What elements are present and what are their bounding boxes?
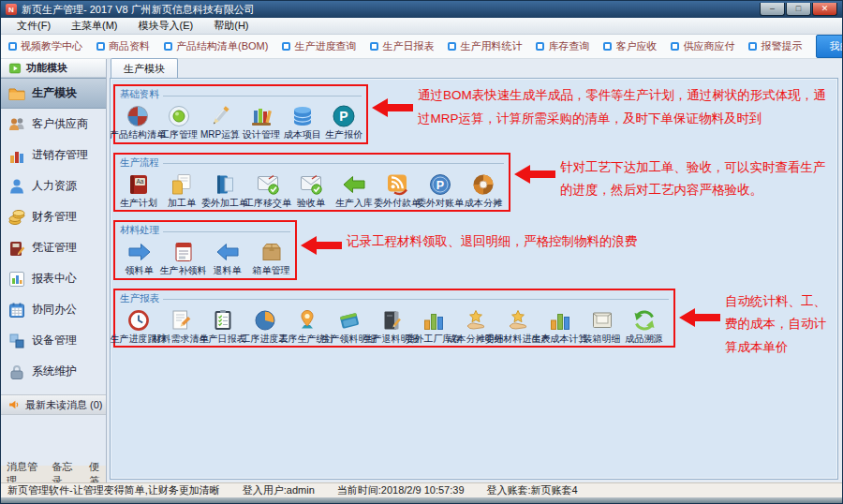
- module-item-0-0[interactable]: 产品结构清单: [117, 101, 158, 141]
- module-item-1-0[interactable]: Aa生产计划: [117, 170, 160, 209]
- toolbar-item-1[interactable]: 商品资料: [96, 39, 150, 53]
- toolbar-item-2[interactable]: 产品结构清单(BOM): [164, 39, 268, 53]
- menu-bar: 文件(F)主菜单(M)模块导入(E)帮助(H): [1, 18, 842, 35]
- menu-item-2[interactable]: 模块导入(E): [128, 19, 204, 33]
- toolbar-item-7[interactable]: 客户应收: [603, 39, 657, 53]
- play-icon: [8, 62, 22, 75]
- toolbar-item-6[interactable]: 库存查询: [536, 39, 589, 53]
- annotation-text: 针对工艺下达加工单、验收，可以实时查看生产的进度，然后对工艺内容严格验收。: [560, 156, 835, 203]
- red-arrow-left-icon: [679, 307, 720, 332]
- bom-pie-icon: [126, 104, 150, 128]
- module-item-1-3[interactable]: 工序移交单: [246, 170, 289, 209]
- module-item-0-4[interactable]: 成本项目: [282, 101, 323, 141]
- module-item-1-5[interactable]: 生产入库: [333, 170, 376, 209]
- menu-item-3[interactable]: 帮助(H): [203, 19, 259, 33]
- module-item-1-2[interactable]: 委外加工单: [203, 170, 246, 209]
- progress-pie-icon: [253, 308, 277, 333]
- module-label: 成本分摊: [458, 198, 509, 209]
- workorder-folder-icon: [170, 172, 194, 197]
- device-icon: [7, 332, 26, 350]
- module-item-2-3[interactable]: 箱单管理: [249, 237, 293, 276]
- toolbar-item-label: 报警提示: [761, 39, 802, 53]
- replenish-notepad-icon: [171, 240, 196, 264]
- sidebar-item-0[interactable]: 生产模块: [1, 78, 106, 109]
- calendar-icon: [7, 301, 26, 319]
- checkbox-icon: [603, 42, 612, 51]
- sidebar-item-7[interactable]: 协同办公: [1, 294, 106, 325]
- tab-strip: 生产模块: [107, 59, 842, 78]
- app-window: N 新页生产管理- 2017 V8 广州新页信息科技有限公司 – □ ✕ 文件(…: [0, 0, 843, 504]
- toolbar-item-label: 客户应收: [615, 39, 657, 53]
- close-button[interactable]: ✕: [812, 3, 837, 16]
- sidebar-item-6[interactable]: 报表中心: [1, 263, 106, 294]
- section-0: 基础资料产品结构清单工序管理MRP运算设计管理成本项目P生产报价通过BOM表快速…: [113, 84, 835, 144]
- section-title: 生产报表: [120, 292, 159, 305]
- sidebar-item-8[interactable]: 设备管理: [1, 325, 106, 356]
- svg-text:Aa: Aa: [137, 178, 144, 185]
- module-item-2-2[interactable]: 退料单: [205, 237, 249, 276]
- process-circle-icon: [167, 104, 191, 128]
- unread-messages-bar[interactable]: 最新未读消息 (0): [1, 394, 106, 415]
- toolbar: 视频教学中心商品资料产品结构清单(BOM)生产进度查询生产日报表生产用料统计库存…: [1, 35, 842, 59]
- module-item-2-0[interactable]: 领料单: [117, 237, 161, 276]
- module-item-0-2[interactable]: MRP运算: [200, 101, 241, 141]
- demand-paper-icon: [169, 308, 193, 333]
- module-item-0-1[interactable]: 工序管理: [158, 101, 200, 141]
- section-legend: 生产报表: [117, 291, 672, 305]
- my-workbench-button[interactable]: 我的工作台: [816, 35, 843, 58]
- menu-item-0[interactable]: 文件(F): [7, 19, 61, 33]
- daily-clipboard-icon: [211, 308, 235, 333]
- toolbar-item-3[interactable]: 生产进度查询: [282, 39, 356, 53]
- toolbar-item-5[interactable]: 生产用料统计: [448, 39, 522, 53]
- section-1: 生产流程Aa生产计划加工单委外加工单工序移交单验收单生产入库委外付款单P委外对账…: [113, 153, 835, 213]
- sidebar-item-9[interactable]: 系统维护: [1, 356, 106, 387]
- module-item-3-12[interactable]: 成品溯源: [623, 305, 665, 345]
- tab-production-module[interactable]: 生产模块: [111, 58, 178, 78]
- sidebar-item-1[interactable]: 客户供应商: [1, 109, 106, 140]
- checkbox-icon: [448, 42, 456, 51]
- module-item-1-8[interactable]: 成本分摊: [462, 170, 505, 209]
- module-item-3-10[interactable]: 生产成本计算: [539, 305, 581, 345]
- module-item-3-2[interactable]: 生产日报表: [201, 305, 244, 345]
- toolbar-item-0[interactable]: 视频教学中心: [8, 39, 82, 53]
- return-book-icon: [379, 308, 404, 333]
- cost-donut-icon: [471, 172, 495, 197]
- module-item-2-1[interactable]: 生产补领料: [161, 237, 205, 276]
- module-item-0-3[interactable]: 设计管理: [241, 101, 282, 141]
- section-red-box: 生产流程Aa生产计划加工单委外加工单工序移交单验收单生产入库委外付款单P委外对账…: [113, 153, 510, 213]
- issue-arrow-right-icon: [127, 240, 152, 264]
- checkbox-icon: [96, 42, 105, 51]
- module-item-1-4[interactable]: 验收单: [289, 170, 333, 209]
- window-title: 新页生产管理- 2017 V8 广州新页信息科技有限公司: [22, 3, 255, 17]
- legend-line: [163, 231, 290, 232]
- sidebar-item-2[interactable]: 进销存管理: [1, 140, 106, 170]
- module-item-1-6[interactable]: 委外付款单: [376, 170, 419, 209]
- minimize-button[interactable]: –: [760, 3, 785, 16]
- section-modules: 产品结构清单工序管理MRP运算设计管理成本项目P生产报价: [117, 101, 364, 141]
- payment-rss-icon: [385, 172, 409, 197]
- instock-arrow-icon: [342, 172, 366, 197]
- section-modules: Aa生产计划加工单委外加工单工序移交单验收单生产入库委外付款单P委外对账单成本分…: [117, 170, 507, 209]
- inspect-mail-icon: [299, 172, 323, 197]
- sidebar-item-5[interactable]: 凭证管理: [1, 232, 106, 263]
- module-item-3-11[interactable]: 装箱明细: [581, 305, 623, 345]
- module-item-1-1[interactable]: 加工单: [160, 170, 203, 209]
- module-item-1-7[interactable]: P委外对账单: [419, 170, 462, 209]
- sidebar-item-3[interactable]: 人力资源: [1, 170, 106, 201]
- toolbar-item-8[interactable]: 供应商应付: [671, 39, 734, 53]
- module-label: 生产报价: [318, 129, 369, 141]
- toolbar-item-4[interactable]: 生产日报表: [370, 39, 434, 53]
- packing-mail-icon: [590, 308, 614, 333]
- sidebar-item-4[interactable]: 财务管理: [1, 201, 106, 232]
- menu-item-1[interactable]: 主菜单(M): [61, 19, 128, 33]
- maximize-button[interactable]: □: [786, 3, 811, 16]
- toolbar-item-label: 视频教学中心: [21, 39, 82, 53]
- module-item-3-1[interactable]: 材料需求清单: [159, 305, 201, 345]
- sidebar-item-label: 协同办公: [32, 302, 77, 318]
- window-controls: – □ ✕: [760, 3, 837, 16]
- section-3: 生产报表生产进度跟踪材料需求清单生产日报表工序进度表工序生产统计生产领料明细生产…: [113, 289, 835, 361]
- section-modules: 生产进度跟踪材料需求清单生产日报表工序进度表工序生产统计生产领料明细生产退料明细…: [117, 305, 672, 345]
- module-item-0-5[interactable]: P生产报价: [323, 101, 364, 141]
- section-legend: 基础资料: [117, 87, 364, 101]
- toolbar-item-9[interactable]: 报警提示: [748, 39, 802, 53]
